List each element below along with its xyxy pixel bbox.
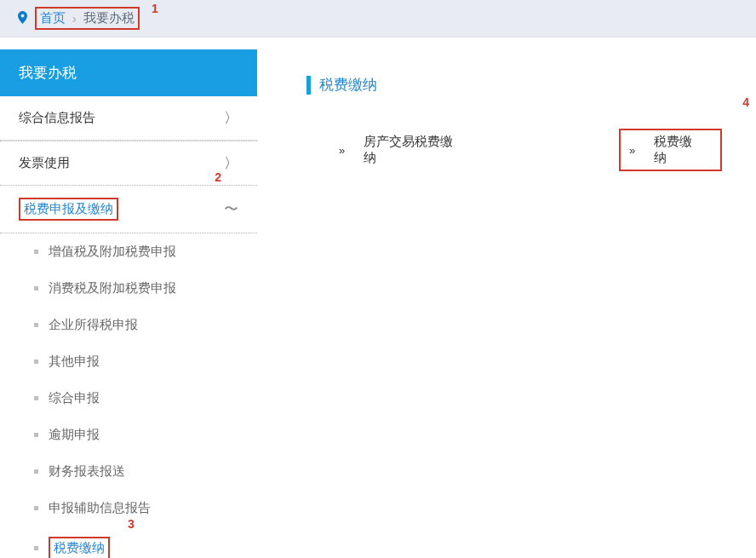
link-label: 税费缴纳 <box>654 134 705 166</box>
chevron-right-icon: 〉 <box>224 153 238 173</box>
sidebar-sub-sbfz[interactable]: 申报辅助信息报告 3 <box>0 490 257 526</box>
sub-label: 消费税及附加税费申报 <box>49 280 176 296</box>
sidebar-item-fapiao[interactable]: 发票使用 〉 2 <box>0 141 257 185</box>
content-links-row: » 房产交易税费缴纳 » 税费缴纳 <box>306 129 722 171</box>
content-area: 税费缴纳 4 » 房产交易税费缴纳 » 税费缴纳 <box>257 49 756 558</box>
breadcrumb: 首页 › 我要办税 1 <box>0 0 756 37</box>
sub-label: 其他申报 <box>49 354 100 370</box>
sidebar-sub-sfjn[interactable]: 税费缴纳 <box>0 526 257 558</box>
sidebar-sub-yuqi[interactable]: 逾期申报 <box>0 417 257 453</box>
bullet-icon <box>34 546 38 550</box>
sub-label: 申报辅助信息报告 <box>49 500 151 516</box>
bullet-icon <box>34 360 38 364</box>
sidebar-item-zongheinfo[interactable]: 综合信息报告 〉 <box>0 96 257 141</box>
link-label: 房产交易税费缴纳 <box>364 134 466 166</box>
annotation-1: 1 <box>152 2 158 15</box>
sidebar: 我要办税 综合信息报告 〉 发票使用 〉 2 税费申报及缴纳 〜 增值税及附加税… <box>0 49 257 558</box>
sidebar-sub-cwbb[interactable]: 财务报表报送 <box>0 453 257 490</box>
content-heading: 税费缴纳 <box>306 75 722 95</box>
sub-label: 逾期申报 <box>49 427 100 443</box>
bullet-icon <box>34 286 38 291</box>
breadcrumb-highlight: 首页 › 我要办税 <box>35 7 140 30</box>
bullet-icon: » <box>339 144 345 157</box>
chevron-right-icon: 〉 <box>224 108 238 128</box>
heading-text: 税费缴纳 <box>319 75 377 95</box>
bullet-icon <box>34 506 38 510</box>
sidebar-sub-xfs[interactable]: 消费税及附加税费申报 <box>0 270 257 307</box>
annotation-4: 4 <box>742 95 749 109</box>
sidebar-item-label: 税费申报及缴纳 <box>19 198 118 221</box>
bullet-icon <box>34 323 38 327</box>
sidebar-title: 我要办税 <box>0 49 257 96</box>
sub-label: 税费缴纳 <box>49 537 110 558</box>
breadcrumb-separator: › <box>72 12 77 26</box>
sidebar-item-shuifei[interactable]: 税费申报及缴纳 〜 <box>0 185 257 233</box>
heading-bar-icon <box>306 76 311 95</box>
sidebar-item-label: 综合信息报告 <box>19 110 95 126</box>
annotation-2: 2 <box>215 170 221 184</box>
bullet-icon <box>34 250 38 254</box>
sidebar-sublist: 增值税及附加税费申报 消费税及附加税费申报 企业所得税申报 其他申报 综合申报 … <box>0 233 257 558</box>
bullet-icon <box>34 433 38 437</box>
sidebar-sub-zzs[interactable]: 增值税及附加税费申报 <box>0 233 257 270</box>
breadcrumb-home[interactable]: 首页 <box>40 10 66 26</box>
location-icon <box>17 11 28 26</box>
sub-label: 财务报表报送 <box>49 463 125 480</box>
sidebar-sub-qita[interactable]: 其他申报 <box>0 343 257 380</box>
sub-label: 综合申报 <box>49 390 100 406</box>
link-fcjy[interactable]: » 房产交易税费缴纳 <box>339 134 466 166</box>
sidebar-item-label: 发票使用 <box>19 155 70 171</box>
sidebar-sub-zonghe[interactable]: 综合申报 <box>0 380 257 417</box>
bullet-icon <box>34 396 38 400</box>
breadcrumb-current: 我要办税 <box>83 10 135 26</box>
sidebar-sub-qysds[interactable]: 企业所得税申报 <box>0 307 257 343</box>
link-sfjn[interactable]: » 税费缴纳 <box>619 129 722 171</box>
expand-icon: 〜 <box>224 199 238 219</box>
sub-label: 企业所得税申报 <box>49 317 138 333</box>
bullet-icon <box>34 469 38 474</box>
sub-label: 增值税及附加税费申报 <box>49 244 176 260</box>
bullet-icon: » <box>629 144 635 157</box>
